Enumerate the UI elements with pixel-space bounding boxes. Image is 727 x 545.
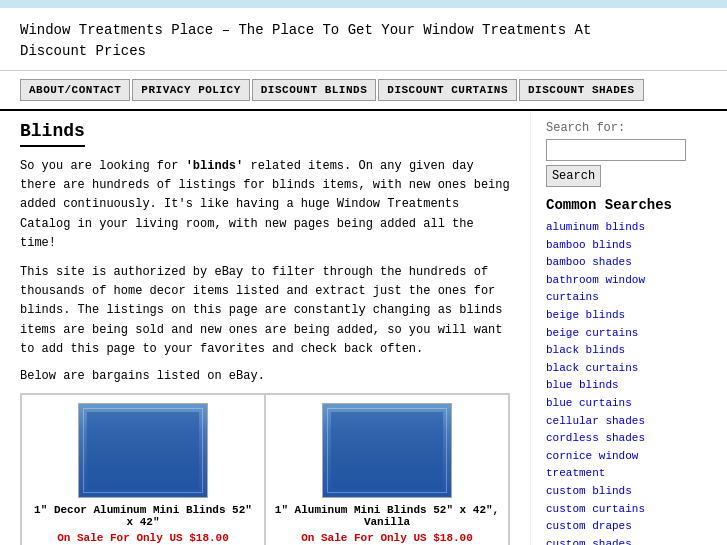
common-link-4[interactable]: beige blinds	[546, 307, 690, 325]
common-link-6[interactable]: black blinds	[546, 342, 690, 360]
common-link-2[interactable]: bamboo shades	[546, 254, 690, 272]
common-link-5[interactable]: beige curtains	[546, 325, 690, 343]
common-link-11[interactable]: cordless shades	[546, 430, 690, 448]
product-image-2	[322, 403, 452, 498]
nav-discount-curtains[interactable]: DISCOUNT CURTAINS	[378, 79, 517, 101]
product-title-2: 1" Aluminum Mini Blinds 52" x 42", Vanil…	[274, 504, 500, 528]
common-link-14[interactable]: custom curtains	[546, 501, 690, 519]
nav-discount-blinds[interactable]: DISCOUNT BLINDS	[252, 79, 377, 101]
common-link-12[interactable]: cornice window treatment	[546, 448, 690, 483]
search-label: Search for:	[546, 121, 690, 135]
common-link-1[interactable]: bamboo blinds	[546, 237, 690, 255]
common-searches-title: Common Searches	[546, 197, 690, 213]
top-bar	[0, 0, 727, 8]
sidebar: Search for: Search Common Searches alumi…	[530, 111, 705, 545]
product-title-1: 1" Decor Aluminum Mini Blinds 52" x 42"	[30, 504, 256, 528]
intro-paragraph-2: This site is authorized by eBay to filte…	[20, 263, 510, 359]
common-link-0[interactable]: aluminum blinds	[546, 219, 690, 237]
main-content: Blinds So you are looking for 'blinds' r…	[0, 111, 530, 545]
product-price-1: On Sale For Only US $18.00	[30, 532, 256, 544]
product-image-1	[78, 403, 208, 498]
nav-about-contact[interactable]: ABOUT/CONTACT	[20, 79, 130, 101]
nav-discount-shades[interactable]: DISCOUNT SHADES	[519, 79, 644, 101]
content-area: Blinds So you are looking for 'blinds' r…	[0, 111, 727, 545]
common-link-10[interactable]: cellular shades	[546, 413, 690, 431]
common-link-16[interactable]: custom shades	[546, 536, 690, 545]
page-heading: Blinds	[20, 121, 85, 147]
products-grid: 1" Decor Aluminum Mini Blinds 52" x 42" …	[20, 393, 510, 545]
product-cell-1: 1" Decor Aluminum Mini Blinds 52" x 42" …	[21, 394, 265, 545]
common-link-8[interactable]: blue blinds	[546, 377, 690, 395]
search-button[interactable]: Search	[546, 165, 601, 187]
common-link-9[interactable]: blue curtains	[546, 395, 690, 413]
site-title: Window Treatments Place – The Place To G…	[20, 20, 707, 62]
intro-paragraph-1: So you are looking for 'blinds' related …	[20, 157, 510, 253]
below-text: Below are bargains listed on eBay.	[20, 369, 510, 383]
common-link-7[interactable]: black curtains	[546, 360, 690, 378]
header: Window Treatments Place – The Place To G…	[0, 8, 727, 71]
common-link-15[interactable]: custom drapes	[546, 518, 690, 536]
product-cell-2: 1" Aluminum Mini Blinds 52" x 42", Vanil…	[265, 394, 509, 545]
nav-privacy-policy[interactable]: PRIVACY POLICY	[132, 79, 249, 101]
common-link-13[interactable]: custom blinds	[546, 483, 690, 501]
common-link-3[interactable]: bathroom window curtains	[546, 272, 690, 307]
nav-bar: ABOUT/CONTACT PRIVACY POLICY DISCOUNT BL…	[0, 71, 727, 111]
product-price-2: On Sale For Only US $18.00	[274, 532, 500, 544]
common-links-list: aluminum blinds bamboo blinds bamboo sha…	[546, 219, 690, 545]
search-input[interactable]	[546, 139, 686, 161]
